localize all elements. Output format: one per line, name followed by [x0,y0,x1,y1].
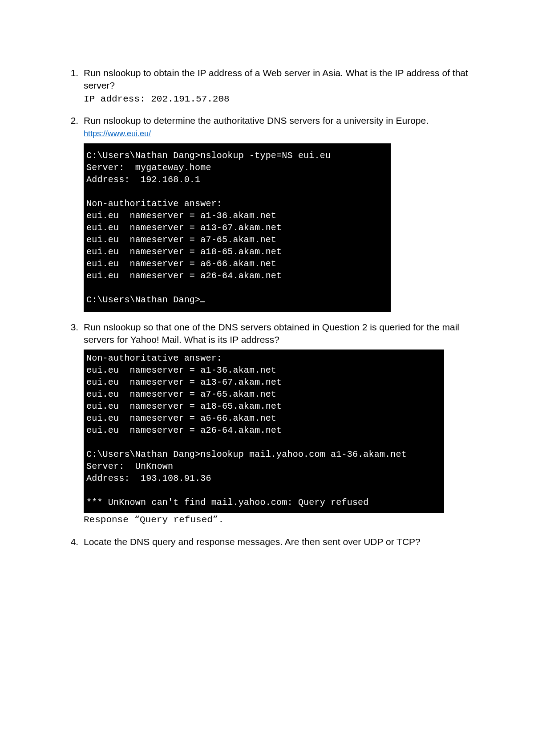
q2-text: Run nslookup to determine the authoritat… [84,115,429,126]
document-page: Run nslookup to obtain the IP address of… [0,0,534,756]
terminal-2-wrap: Non-authoritative answer: eui.eu nameser… [84,350,444,513]
q1-text: Run nslookup to obtain the IP address of… [84,68,468,90]
question-2: Run nslookup to determine the authoritat… [81,114,472,312]
question-3: Run nslookup so that one of the DNS serv… [81,321,472,527]
question-list: Run nslookup to obtain the IP address of… [62,67,472,548]
terminal-2: Non-authoritative answer: eui.eu nameser… [84,350,444,513]
terminal-1-wrap: C:\Users\Nathan Dang>nslookup -type=NS e… [84,143,391,312]
q3-response: Response “Query refused”. [84,515,224,525]
q2-link[interactable]: https://www.eui.eu/ [84,129,151,138]
question-1: Run nslookup to obtain the IP address of… [81,67,472,106]
terminal-1: C:\Users\Nathan Dang>nslookup -type=NS e… [84,143,391,312]
q3-text: Run nslookup so that one of the DNS serv… [84,322,459,345]
terminal-1-text: C:\Users\Nathan Dang>nslookup -type=NS e… [86,150,331,305]
q1-answer: IP address: 202.191.57.208 [84,94,230,104]
cursor-icon [200,301,205,302]
question-4: Locate the DNS query and response messag… [81,536,472,548]
q4-text: Locate the DNS query and response messag… [84,537,421,547]
